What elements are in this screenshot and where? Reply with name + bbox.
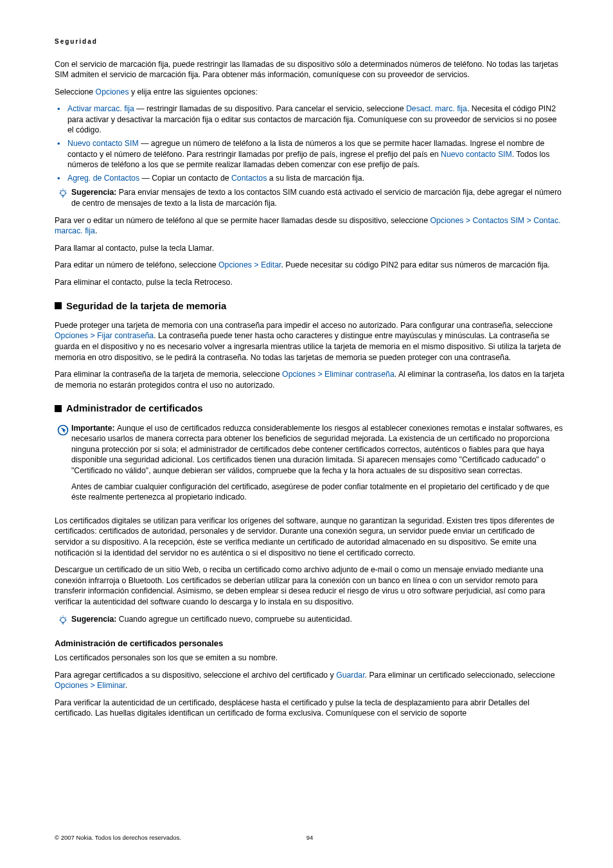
- heading-text: Seguridad de la tarjeta de memoria: [66, 300, 226, 312]
- text: — restringir llamadas de su dispositivo.…: [134, 104, 406, 113]
- ui-term: Opciones: [55, 681, 88, 690]
- ui-term: Desact. marc. fija: [406, 104, 467, 113]
- important-text: Importante: Aunque el uso de certificado…: [71, 423, 565, 509]
- text: Antes de cambiar cualquier configuración…: [71, 482, 565, 503]
- page-header: Seguridad: [55, 37, 565, 46]
- text: Puede proteger una tarjeta de memoria co…: [55, 321, 553, 330]
- text: y elija entre las siguientes opciones:: [129, 87, 258, 96]
- list-item: Agreg. de Contactos — Copiar un contacto…: [55, 173, 565, 184]
- paragraph: Para eliminar la contraseña de la tarjet…: [55, 369, 565, 390]
- tip-label: Sugerencia:: [71, 615, 119, 624]
- paragraph: Para eliminar el contacto, pulse la tecl…: [55, 277, 565, 288]
- text: Para ver o editar un número de teléfono …: [55, 216, 430, 225]
- tip-text: Sugerencia: Cuando agregue un certificad…: [71, 614, 565, 625]
- list-item: Activar marcac. fija — restringir llamad…: [55, 104, 565, 136]
- section-heading: Seguridad de la tarjeta de memoria: [55, 300, 565, 312]
- list-item: Nuevo contacto SIM — agregue un número d…: [55, 138, 565, 170]
- paragraph: Descargue un certificado de un sitio Web…: [55, 565, 565, 607]
- ui-term: Nuevo contacto SIM: [67, 139, 139, 148]
- subsection-heading: Administración de certificados personale…: [55, 638, 565, 649]
- options-list: Activar marcac. fija — restringir llamad…: [55, 104, 565, 183]
- text: . Puede necesitar su código PIN2 para ed…: [281, 260, 549, 269]
- page-footer: © 2007 Nokia. Todos los derechos reserva…: [55, 834, 565, 842]
- text: Seleccione: [55, 87, 96, 96]
- separator-icon: >: [254, 260, 258, 269]
- text: Cuando agregue un certificado nuevo, com…: [119, 615, 352, 624]
- paragraph: Los certificados personales son los que …: [55, 653, 565, 664]
- important-icon: [55, 423, 71, 437]
- text: a su lista de marcación fija.: [267, 174, 364, 183]
- ui-term: Opciones: [96, 87, 129, 96]
- tip-text: Sugerencia: Para enviar mensajes de text…: [71, 187, 565, 208]
- paragraph: Con el servicio de marcación fija, puede…: [55, 59, 565, 80]
- heading-text: Administrador de certificados: [66, 402, 203, 415]
- lightbulb-icon: [55, 614, 71, 626]
- text: . Para eliminar un certificado seleccion…: [365, 671, 555, 680]
- paragraph: Seleccione Opciones y elija entre las si…: [55, 87, 565, 98]
- ui-term: Eliminar: [97, 681, 125, 690]
- text: Para eliminar la contraseña de la tarjet…: [55, 370, 282, 379]
- text: Para editar un número de teléfono, selec…: [55, 260, 218, 269]
- text: — Copiar un contacto de: [139, 174, 231, 183]
- ui-term: Contactos: [231, 174, 267, 183]
- separator-icon: >: [90, 331, 94, 340]
- ui-term: Opciones: [55, 331, 88, 340]
- paragraph: Para editar un número de teléfono, selec…: [55, 260, 565, 271]
- ui-term: Guardar: [336, 671, 364, 680]
- separator-icon: >: [527, 216, 531, 225]
- tip-label: Sugerencia:: [71, 188, 119, 197]
- important-block: Importante: Aunque el uso de certificado…: [55, 423, 565, 509]
- lightbulb-icon: [55, 187, 71, 199]
- paragraph: Para llamar al contacto, pulse la tecla …: [55, 243, 565, 254]
- paragraph: Puede proteger una tarjeta de memoria co…: [55, 320, 565, 363]
- tip-block: Sugerencia: Para enviar mensajes de text…: [55, 187, 565, 208]
- separator-icon: >: [466, 216, 470, 225]
- text: Aunque el uso de certificados reduzca co…: [71, 424, 563, 475]
- ui-term: Eliminar contraseña: [324, 370, 395, 379]
- ui-term: Activar marcac. fija: [67, 104, 134, 113]
- copyright-text: © 2007 Nokia. Todos los derechos reserva…: [55, 834, 181, 842]
- svg-line-13: [60, 617, 61, 617]
- text: Para agregar certificados a su dispositi…: [55, 671, 336, 680]
- ui-term: Agreg. de Contactos: [67, 174, 139, 183]
- square-bullet-icon: [55, 302, 62, 309]
- paragraph: Para ver o editar un número de teléfono …: [55, 215, 565, 237]
- svg-line-4: [60, 190, 61, 191]
- svg-line-5: [65, 190, 66, 191]
- svg-point-0: [60, 191, 66, 196]
- paragraph: Para verificar la autenticidad de un cer…: [55, 698, 565, 719]
- svg-point-9: [60, 617, 66, 622]
- tip-block: Sugerencia: Cuando agregue un certificad…: [55, 614, 565, 626]
- page-number: 94: [306, 834, 314, 842]
- paragraph: Para agregar certificados a su dispositi…: [55, 670, 565, 691]
- ui-term: Fijar contraseña: [97, 331, 154, 340]
- paragraph: Los certificados digitales se utilizan p…: [55, 516, 565, 558]
- ui-term: Editar: [261, 260, 281, 269]
- important-label: Importante:: [71, 424, 117, 433]
- section-heading: Administrador de certificados: [55, 402, 565, 415]
- svg-line-14: [65, 617, 66, 617]
- separator-icon: >: [317, 370, 322, 379]
- ui-term: Opciones: [430, 216, 463, 225]
- separator-icon: >: [90, 681, 94, 690]
- ui-term: Nuevo contacto SIM: [441, 150, 512, 159]
- ui-term: Contactos SIM: [472, 216, 524, 225]
- ui-term: Opciones: [218, 260, 252, 269]
- square-bullet-icon: [55, 405, 62, 412]
- ui-term: Opciones: [282, 370, 315, 379]
- text: Para enviar mensajes de texto a los cont…: [71, 188, 562, 208]
